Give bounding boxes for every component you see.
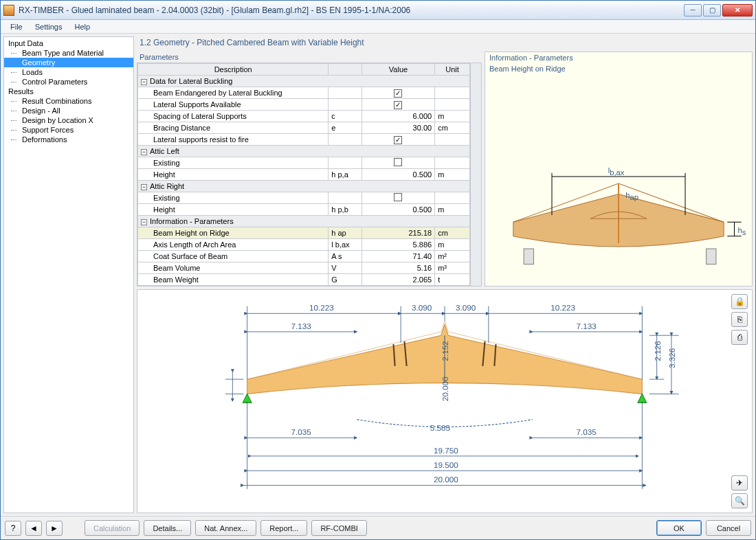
rf-combi-button[interactable]: RF-COMBI xyxy=(311,520,366,536)
table-row: Axis Length of Arch Areal b,ax5.886m xyxy=(138,239,470,251)
report-button[interactable]: Report... xyxy=(260,520,307,536)
checkbox[interactable]: ✓ xyxy=(394,101,402,109)
svg-text:3.326: 3.326 xyxy=(667,348,676,368)
svg-rect-11 xyxy=(707,249,716,264)
maximize-button[interactable]: ▢ xyxy=(703,4,721,16)
svg-text:3.090: 3.090 xyxy=(456,303,476,312)
svg-text:10.223: 10.223 xyxy=(309,303,334,312)
nav-geometry[interactable]: Geometry xyxy=(4,58,133,67)
copy-icon[interactable]: ⎘ xyxy=(731,312,748,327)
info-title: Information - Parameters xyxy=(485,52,752,63)
svg-text:19.750: 19.750 xyxy=(434,446,458,455)
zoom-icon[interactable]: 🔍 xyxy=(731,493,748,508)
info-subtitle: Beam Height on Ridge xyxy=(485,63,752,74)
close-button[interactable]: ✕ xyxy=(722,4,753,16)
table-row: Existing xyxy=(138,157,470,169)
table-row: Coat Surface of BeamA s71.40m² xyxy=(138,251,470,262)
nav-design-location[interactable]: Design by Location X xyxy=(4,115,133,125)
details-button[interactable]: Details... xyxy=(144,520,191,536)
checkbox[interactable] xyxy=(394,158,402,166)
svg-text:2.126: 2.126 xyxy=(653,341,662,361)
app-icon xyxy=(3,5,14,16)
expand-icon[interactable]: − xyxy=(141,184,147,190)
checkbox[interactable]: ✓ xyxy=(394,136,402,144)
main-drawing[interactable]: 🔒 ⎘ ⎙ ✈ 🔍 xyxy=(137,289,753,513)
nav-group-results: Results xyxy=(4,87,133,96)
menu-bar: File Settings Help xyxy=(1,20,755,34)
expand-icon[interactable]: − xyxy=(141,79,147,85)
svg-text:3.090: 3.090 xyxy=(412,303,432,312)
ok-button[interactable]: OK xyxy=(656,520,702,536)
menu-help[interactable]: Help xyxy=(69,21,96,32)
nav-loads[interactable]: Loads xyxy=(4,67,133,77)
parameters-label: Parameters xyxy=(137,52,482,63)
nav-beam-type[interactable]: Beam Type and Material xyxy=(4,48,133,58)
expand-icon[interactable]: − xyxy=(141,149,147,155)
col-unit[interactable]: Unit xyxy=(435,64,470,76)
beam-drawing-svg: 10.223 3.090 3.090 10.223 7.133 7.133 5.… xyxy=(137,290,752,513)
svg-text:19.500: 19.500 xyxy=(434,460,458,469)
window-title: RX-TIMBER - Glued laminated beam - 2.04.… xyxy=(19,5,684,15)
scrollbar[interactable] xyxy=(470,63,481,286)
navigation-tree[interactable]: Input Data Beam Type and Material Geomet… xyxy=(3,36,134,513)
table-row: Spacing of Lateral Supportsc6.000m xyxy=(138,111,470,122)
col-value[interactable]: Value xyxy=(362,64,434,76)
parameters-panel: Parameters Description Value Unit −Data xyxy=(137,52,482,286)
paste-icon[interactable]: ⎙ xyxy=(731,330,748,345)
svg-text:10.223: 10.223 xyxy=(551,303,575,312)
table-row: Heighth p,a0.500m xyxy=(138,169,470,181)
minimize-button[interactable]: ─ xyxy=(684,4,702,16)
svg-text:7.133: 7.133 xyxy=(577,322,597,330)
footer-bar: ? ◄ ► Calculation Details... Nat. Annex.… xyxy=(1,516,755,539)
table-row: Beam Endangered by Lateral Buckling✓ xyxy=(138,87,470,99)
svg-text:lb,ax: lb,ax xyxy=(608,166,625,177)
parameters-table[interactable]: Description Value Unit −Data for Lateral… xyxy=(137,63,470,286)
svg-text:7.035: 7.035 xyxy=(577,427,597,436)
table-row: Bracing Distancee30.00cm xyxy=(138,122,470,134)
nav-deformations[interactable]: Deformations xyxy=(4,135,133,144)
checkbox[interactable]: ✓ xyxy=(394,89,402,98)
info-diagram: lb,ax hap hs xyxy=(485,74,752,286)
nat-annex-button[interactable]: Nat. Annex... xyxy=(195,520,256,536)
page-title: 1.2 Geometry - Pitched Cambered Beam wit… xyxy=(137,36,753,49)
table-row: Existing xyxy=(138,192,470,204)
checkbox[interactable] xyxy=(394,193,402,201)
prev-icon[interactable]: ◄ xyxy=(25,521,42,536)
info-panel: Information - Parameters Beam Height on … xyxy=(485,52,753,286)
nav-control-params[interactable]: Control Parameters xyxy=(4,77,133,87)
expand-icon[interactable]: − xyxy=(141,219,147,225)
table-row-selected: Beam Height on Ridgeh ap215.18cm xyxy=(138,227,470,239)
col-symbol[interactable] xyxy=(329,64,362,76)
nav-support-forces[interactable]: Support Forces xyxy=(4,125,133,135)
nav-design-all[interactable]: Design - All xyxy=(4,106,133,115)
svg-rect-10 xyxy=(524,249,533,264)
menu-settings[interactable]: Settings xyxy=(30,21,68,32)
svg-text:7.133: 7.133 xyxy=(291,322,311,330)
svg-text:20.000: 20.000 xyxy=(441,376,449,401)
table-row: Lateral supports resist to fire✓ xyxy=(138,134,470,146)
next-icon[interactable]: ► xyxy=(46,521,63,536)
title-bar[interactable]: RX-TIMBER - Glued laminated beam - 2.04.… xyxy=(1,1,755,20)
table-row: Beam WeightG2.065t xyxy=(138,274,470,286)
svg-text:hs: hs xyxy=(738,226,746,236)
svg-text:2.152: 2.152 xyxy=(441,341,449,361)
col-description[interactable]: Description xyxy=(138,64,329,76)
nav-result-combinations[interactable]: Result Combinations xyxy=(4,96,133,106)
svg-text:20.000: 20.000 xyxy=(434,475,458,484)
nav-group-input: Input Data xyxy=(4,38,133,48)
cancel-button[interactable]: Cancel xyxy=(706,520,751,536)
table-row: Lateral Supports Available✓ xyxy=(138,99,470,111)
calculation-button[interactable]: Calculation xyxy=(85,520,140,536)
svg-text:7.035: 7.035 xyxy=(291,427,312,436)
menu-file[interactable]: File xyxy=(5,21,28,32)
svg-text:5.585: 5.585 xyxy=(430,423,451,432)
table-row: Heighth p,b0.500m xyxy=(138,204,470,216)
help-icon[interactable]: ? xyxy=(5,521,21,536)
lock-icon[interactable]: 🔒 xyxy=(731,294,748,309)
app-window: RX-TIMBER - Glued laminated beam - 2.04.… xyxy=(0,0,756,540)
table-row: Beam VolumeV5.16m³ xyxy=(138,262,470,274)
tool-icon[interactable]: ✈ xyxy=(731,475,748,491)
